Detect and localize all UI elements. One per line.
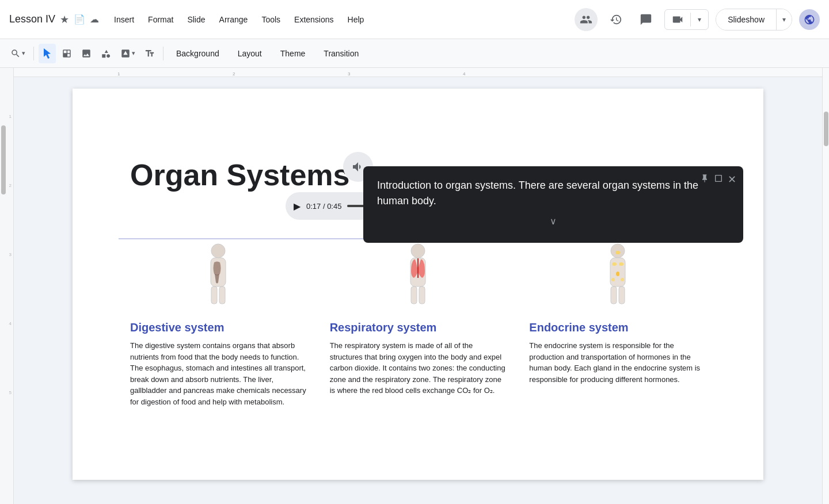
menu-extensions[interactable]: Extensions: [288, 12, 339, 28]
slide-panel: 1 2 3 4 Organ Systems ▶ 0:17 / 0:45: [14, 68, 822, 504]
menu-bar: Insert Format Slide Arrange Tools Extens…: [108, 12, 370, 28]
slide-canvas-area: Organ Systems ▶ 0:17 / 0:45: [14, 77, 822, 504]
svg-point-18: [621, 278, 624, 281]
title-icons: ★ 📄 ☁: [60, 13, 99, 26]
shape-button[interactable]: [97, 44, 115, 63]
svg-point-15: [619, 262, 623, 266]
textbox-button[interactable]: [141, 44, 158, 63]
svg-point-17: [611, 278, 615, 281]
ruler-h-4: 4: [463, 71, 465, 77]
slide-title: Organ Systems: [130, 158, 350, 192]
endocrine-text: The endocrine system is responsible for …: [529, 340, 706, 385]
menu-tools[interactable]: Tools: [256, 12, 286, 28]
svg-rect-6: [411, 287, 417, 304]
svg-rect-2: [211, 287, 217, 304]
slide-canvas[interactable]: Organ Systems ▶ 0:17 / 0:45: [73, 89, 763, 480]
zoom-arrow: ▾: [22, 49, 25, 57]
top-right-controls: ▾ Slideshow ▾: [575, 8, 820, 31]
svg-point-4: [411, 244, 425, 258]
menu-help[interactable]: Help: [342, 12, 370, 28]
svg-rect-12: [619, 287, 625, 304]
scrollbar-thumb[interactable]: [824, 112, 828, 146]
top-bar: Lesson IV ★ 📄 ☁ Insert Format Slide Arra…: [0, 0, 829, 39]
left-ruler: 1 2 3 4 5: [0, 68, 14, 504]
col-respiratory: Respiratory system The respiratory syste…: [318, 238, 518, 407]
slideshow-dropdown[interactable]: ▾: [776, 9, 792, 30]
columns: Digestive system The digestive system co…: [119, 238, 717, 407]
svg-rect-11: [611, 287, 617, 304]
menu-slide[interactable]: Slide: [181, 12, 211, 28]
svg-point-13: [615, 251, 620, 254]
comment-button[interactable]: [634, 8, 657, 31]
col-endocrine: Endocrine system The endocrine system is…: [518, 238, 717, 407]
select-button[interactable]: [39, 44, 56, 63]
tooltip-popup: ✕ Introduction to organ systems. There a…: [363, 166, 743, 243]
menu-arrange[interactable]: Arrange: [214, 12, 254, 28]
tooltip-controls: ✕: [700, 173, 736, 186]
left-scrollbar-thumb[interactable]: [1, 125, 6, 194]
main-area: 1 2 3 4 5 1 2 3 4 Organ Systems: [0, 68, 829, 504]
respiratory-title: Respiratory system: [330, 321, 507, 334]
slideshow-control: Slideshow ▾: [716, 9, 792, 30]
col-digestive: Digestive system The digestive system co…: [119, 238, 318, 407]
ruler-h-2: 2: [233, 71, 235, 77]
svg-point-14: [612, 262, 617, 266]
tooltip-close-button[interactable]: ✕: [728, 173, 736, 186]
transition-button[interactable]: Transition: [315, 44, 367, 63]
toolbar: ▾ ▾ Background Layout Theme Transition: [0, 39, 829, 68]
svg-point-0: [211, 244, 225, 258]
theme-button[interactable]: Theme: [272, 44, 314, 63]
endocrine-image: [529, 239, 706, 314]
ruler-h-3: 3: [348, 71, 350, 77]
respiratory-image: [330, 239, 507, 314]
layout-button[interactable]: Layout: [230, 44, 270, 63]
global-button[interactable]: [799, 9, 820, 30]
history-button[interactable]: [604, 8, 628, 31]
star-icon[interactable]: ★: [60, 13, 69, 26]
tooltip-pin-button[interactable]: [700, 174, 709, 185]
cloud-icon[interactable]: ☁: [90, 14, 99, 25]
svg-point-16: [616, 272, 619, 276]
title-section: Lesson IV ★ 📄 ☁ Insert Format Slide Arra…: [9, 12, 575, 28]
ruler-h-1: 1: [117, 71, 120, 77]
respiratory-text: The respiratory system is made of all of…: [330, 340, 507, 396]
presenter-icon[interactable]: [575, 8, 598, 31]
camera-button[interactable]: [665, 9, 690, 30]
svg-rect-3: [219, 287, 225, 304]
time-display: 0:17 / 0:45: [306, 202, 341, 211]
image-button[interactable]: [78, 44, 95, 63]
digestive-title: Digestive system: [130, 321, 307, 334]
tooltip-chevron[interactable]: ∨: [377, 216, 729, 227]
doc-icon[interactable]: 📄: [74, 14, 85, 25]
zoom-button[interactable]: ▾: [7, 44, 29, 63]
tooltip-expand-button[interactable]: [714, 174, 723, 185]
digestive-image: [130, 239, 307, 314]
divider-1: [33, 47, 34, 60]
tooltip-text: Introduction to organ systems. There are…: [377, 178, 729, 209]
digestive-text: The digestive system contains organs tha…: [130, 340, 307, 407]
menu-format[interactable]: Format: [142, 12, 179, 28]
divider-2: [163, 47, 163, 60]
menu-insert[interactable]: Insert: [108, 12, 140, 28]
camera-arrow[interactable]: ▾: [691, 9, 708, 30]
line-button[interactable]: ▾: [117, 44, 139, 63]
endocrine-title: Endocrine system: [529, 321, 706, 334]
svg-rect-7: [419, 287, 425, 304]
slideshow-button[interactable]: Slideshow: [716, 9, 776, 30]
right-scrollbar[interactable]: [822, 68, 829, 504]
play-button[interactable]: ▶: [294, 201, 301, 212]
camera-group: ▾: [664, 9, 709, 30]
app-title: Lesson IV: [9, 13, 55, 25]
top-ruler: 1 2 3 4: [14, 68, 822, 77]
transform-button[interactable]: [58, 44, 75, 63]
background-button[interactable]: Background: [168, 44, 227, 63]
